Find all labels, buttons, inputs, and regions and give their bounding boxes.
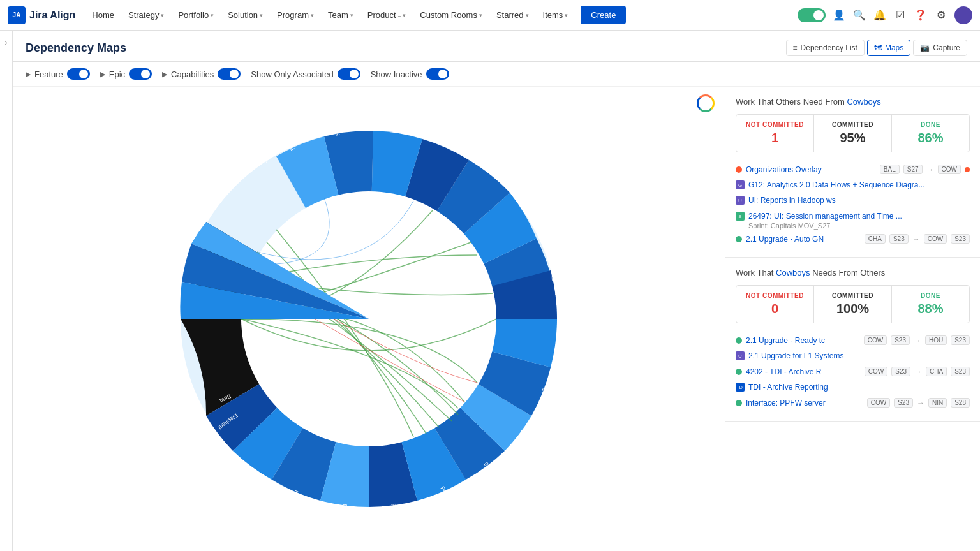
bell-icon[interactable]: 🔔 <box>873 8 887 22</box>
sidebar-toggle[interactable]: › <box>0 31 13 551</box>
help-icon[interactable]: ❓ <box>914 8 928 22</box>
svg-text:Chargers: Chargers <box>383 115 390 131</box>
to-badge: COW <box>938 165 961 174</box>
nav-starred[interactable]: Starred▾ <box>490 6 535 24</box>
svg-text:Mobile: Mobile <box>427 122 439 140</box>
feature-arrow-icon: ▶ <box>26 70 31 78</box>
orange-dot-icon <box>736 166 742 173</box>
dependency-list-button[interactable]: ≡ Dependency List <box>786 40 865 56</box>
dep-sprint-sub: Sprint: Capitals MOV_S27 <box>736 222 970 230</box>
capture-button[interactable]: 📷 Capture <box>913 40 967 56</box>
svg-text:Cloud: Cloud <box>556 338 572 346</box>
dep-item-archive[interactable]: 4202 - TDI - Archive R COW S23 → CHA S23 <box>736 364 970 379</box>
svg-text:Asset Services EMEA: Asset Services EMEA <box>479 116 514 167</box>
dep-text-archive: 4202 - TDI - Archive R <box>746 367 861 376</box>
dep-text-l1: 2.1 Upgrade for L1 Systems <box>748 351 970 360</box>
mode-toggle[interactable] <box>798 8 826 22</box>
nav-right-actions: 👤 🔍 🔔 ☑ ❓ ⚙ <box>798 6 972 24</box>
svg-text:Washington: Washington <box>189 429 216 453</box>
to-sprint-s23: S23 <box>951 234 970 244</box>
dep-item-ppfw[interactable]: Interface: PPFW server COW S23 → NIN S28 <box>736 395 970 411</box>
from-badge: BAL <box>880 165 900 174</box>
panel-section-2-title: Work That Cowboys Needs From Others <box>736 268 970 277</box>
user-circle-icon[interactable]: 👤 <box>832 8 846 22</box>
nav-links: Home Strategy▾ Portfolio▾ Solution▾ Prog… <box>85 6 790 24</box>
svg-text:Cowboys: Cowboys <box>165 260 184 273</box>
map-icon: 🗺 <box>874 43 882 52</box>
dep-item-ui-reports[interactable]: U UI: Reports in Hadoop ws <box>736 193 970 208</box>
dep-item-upgrade-l1[interactable]: U 2.1 Upgrade for L1 Systems <box>736 348 970 364</box>
page-title: Dependency Maps <box>26 41 126 55</box>
create-button[interactable]: Create <box>581 6 626 24</box>
nav-product[interactable]: Product= ▾ <box>361 6 413 24</box>
settings-icon[interactable]: ⚙ <box>934 8 948 22</box>
svg-text:Team Strategy: Team Strategy <box>246 128 271 163</box>
from-sprint: S27 <box>903 165 923 174</box>
filter-show-only-associated: Show Only Associated <box>251 68 360 80</box>
panel-section-2: Work That Cowboys Needs From Others NOT … <box>725 258 980 422</box>
maps-button[interactable]: 🗺 Maps <box>867 40 910 56</box>
green-dot-4 <box>736 400 742 406</box>
nav-portfolio[interactable]: Portfolio▾ <box>172 6 220 24</box>
nav-custom-rooms[interactable]: Custom Rooms▾ <box>413 6 489 24</box>
svg-text:Dallas: Dallas <box>540 387 558 398</box>
viz-area: .seg-dark { fill: #1565c0; } .seg-mid { … <box>13 87 980 551</box>
show-inactive-toggle[interactable] <box>426 68 449 80</box>
app-logo[interactable]: JA Jira Align <box>8 6 75 24</box>
dep-text-tdi: TDI - Archive Reporting <box>748 383 970 392</box>
epic-arrow-icon: ▶ <box>100 70 105 78</box>
logo-text: Jira Align <box>29 10 75 21</box>
feature-toggle[interactable] <box>67 68 90 80</box>
filter-feature: ▶ Feature <box>26 68 90 80</box>
svg-text:Houston: Houston <box>286 489 301 511</box>
dep-item-upgrade-ready[interactable]: 2.1 Upgrade - Ready tc COW S23 → HOU S23 <box>736 332 970 348</box>
story-icon: S <box>736 212 745 221</box>
stat-committed-2: COMMITTED 100% <box>814 286 892 323</box>
from-badge-cha: CHA <box>865 234 886 244</box>
dep-arrow-icon: → <box>926 165 934 174</box>
dep-item-tdi[interactable]: TDI TDI - Archive Reporting <box>736 379 970 395</box>
chord-diagram-container[interactable]: .seg-dark { fill: #1565c0; } .seg-mid { … <box>13 87 725 551</box>
dep-arrow-icon-2: → <box>912 235 920 244</box>
nav-team[interactable]: Team▾ <box>322 6 360 24</box>
dep-item-session[interactable]: S 26497: UI: Session management and Time… <box>736 208 970 231</box>
capabilities-arrow-icon: ▶ <box>162 70 167 78</box>
stat-committed-1: COMMITTED 95% <box>814 115 892 152</box>
chord-diagram[interactable]: .seg-dark { fill: #1565c0; } .seg-mid { … <box>165 115 573 523</box>
capabilities-toggle[interactable] <box>218 68 241 80</box>
to-badge-cow: COW <box>924 234 947 244</box>
dep-item-text: Organizations Overlay <box>746 165 876 174</box>
nav-program[interactable]: Program▾ <box>271 6 320 24</box>
dep-item-text-g12: G12: Analytics 2.0 Data Flows + Sequence… <box>748 180 970 189</box>
nav-strategy[interactable]: Strategy▾ <box>122 6 170 24</box>
search-icon[interactable]: 🔍 <box>852 8 866 22</box>
svg-text:Rod Cloud (Scrum): Rod Cloud (Scrum) <box>390 503 403 523</box>
epic-icon-l1: U <box>736 351 745 360</box>
section1-stats: NOT COMMITTED 1 COMMITTED 95% DONE 86% <box>736 114 970 152</box>
avatar[interactable] <box>954 6 972 24</box>
nav-solution[interactable]: Solution▾ <box>221 6 269 24</box>
svg-text:Birds: Birds <box>340 504 348 518</box>
main-layout: › Dependency Maps ≡ Dependency List 🗺 Ma… <box>0 31 980 551</box>
dep-item-organizations-overlay[interactable]: Organizations Overlay BAL S27 → COW <box>736 161 970 177</box>
show-only-associated-toggle[interactable] <box>338 68 360 80</box>
dep-item-text-session: 26497: UI: Session management and Time .… <box>748 212 970 221</box>
checkbox-icon[interactable]: ☑ <box>893 8 907 22</box>
dep-item-g12[interactable]: G G12: Analytics 2.0 Data Flows + Sequen… <box>736 177 970 193</box>
dep-item-text-upgrade: 2.1 Upgrade - Auto GN <box>746 235 861 244</box>
section1-team-link[interactable]: Cowboys <box>847 97 880 107</box>
dep-text-upgrade-ready: 2.1 Upgrade - Ready tc <box>746 336 860 345</box>
stat-done-2: DONE 88% <box>892 286 969 323</box>
panel-section-1: Work That Others Need From Cowboys NOT C… <box>725 87 980 258</box>
epic-toggle[interactable] <box>129 68 152 80</box>
section2-stats: NOT COMMITTED 0 COMMITTED 100% DONE 88% <box>736 285 970 323</box>
svg-text:Alpha: Alpha <box>554 287 570 296</box>
green-dot-3 <box>736 369 742 375</box>
nav-home[interactable]: Home <box>85 6 121 24</box>
logo-icon: JA <box>8 6 26 24</box>
green-dot-2 <box>736 337 742 344</box>
nav-items[interactable]: Items▾ <box>537 6 575 24</box>
dep-item-upgrade-auto-gn[interactable]: 2.1 Upgrade - Auto GN CHA S23 → COW S23 <box>736 231 970 247</box>
svg-text:Niners: Niners <box>331 119 341 136</box>
section2-team-link[interactable]: Cowboys <box>776 268 810 277</box>
